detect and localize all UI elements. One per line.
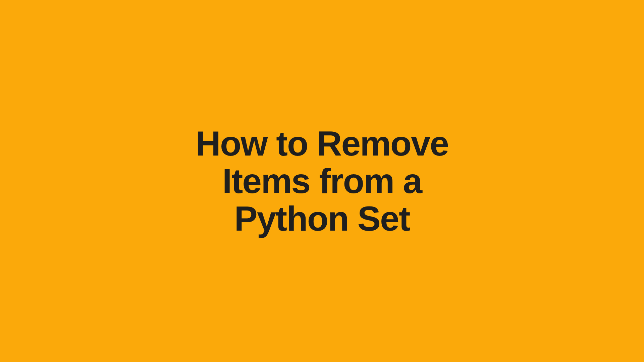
page-title: How to Remove Items from a Python Set <box>196 125 448 238</box>
title-line-1: How to Remove <box>196 124 448 163</box>
title-line-2: Items from a <box>222 162 422 200</box>
title-line-3: Python Set <box>234 199 410 238</box>
